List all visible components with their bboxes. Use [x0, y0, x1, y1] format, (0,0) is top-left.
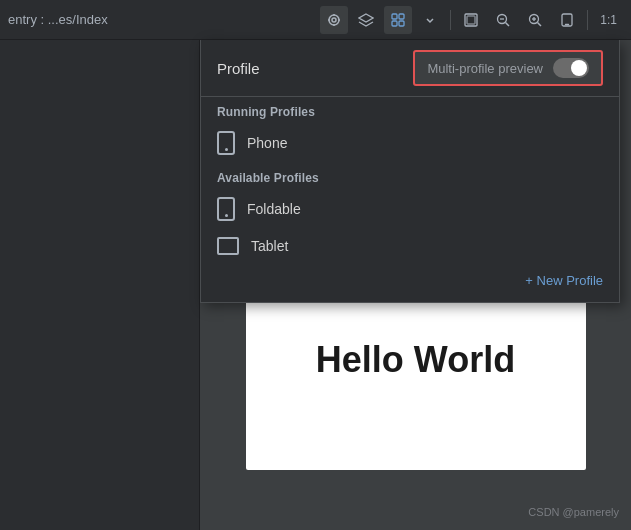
tablet-label: Tablet — [251, 238, 288, 254]
foldable-label: Foldable — [247, 201, 301, 217]
ratio-label[interactable]: 1:1 — [594, 11, 623, 29]
watermark: CSDN @pamerely — [528, 506, 619, 518]
profile-dropdown: Profile Multi-profile preview Running Pr… — [200, 40, 620, 303]
svg-rect-7 — [399, 14, 404, 19]
phone-icon — [217, 131, 235, 155]
tablet-icon — [217, 237, 239, 255]
running-profiles-label: Running Profiles — [201, 97, 619, 123]
new-profile-link[interactable]: + New Profile — [525, 273, 603, 288]
profile-header: Profile Multi-profile preview — [201, 40, 619, 97]
zoom-out-icon[interactable] — [489, 6, 517, 34]
chevron-down-icon[interactable] — [416, 6, 444, 34]
toolbar-icons: 1:1 — [320, 6, 623, 34]
divider — [450, 10, 451, 30]
zoom-in-icon[interactable] — [521, 6, 549, 34]
svg-line-18 — [538, 22, 542, 26]
hello-world-text: Hello World — [316, 339, 515, 381]
target-icon[interactable] — [320, 6, 348, 34]
divider-2 — [587, 10, 588, 30]
svg-rect-8 — [392, 21, 397, 26]
multi-profile-toggle-row: Multi-profile preview — [413, 50, 603, 86]
phone-label: Phone — [247, 135, 287, 151]
svg-rect-11 — [467, 16, 475, 24]
foldable-icon — [217, 197, 235, 221]
layers-icon[interactable] — [352, 6, 380, 34]
multi-profile-toggle[interactable] — [553, 58, 589, 78]
svg-point-0 — [329, 15, 339, 25]
svg-rect-9 — [399, 21, 404, 26]
svg-line-14 — [506, 22, 510, 26]
device-preview-icon[interactable] — [553, 6, 581, 34]
toggle-knob — [571, 60, 587, 76]
breadcrumb: entry : ...es/Index — [8, 12, 320, 27]
profile-item-tablet[interactable]: Tablet — [201, 229, 619, 263]
new-profile-row: + New Profile — [201, 263, 619, 302]
profile-item-phone[interactable]: Phone — [201, 123, 619, 163]
profile-item-foldable[interactable]: Foldable — [201, 189, 619, 229]
toggle-label: Multi-profile preview — [427, 61, 543, 76]
phone-dot — [225, 148, 228, 151]
frame-icon[interactable] — [457, 6, 485, 34]
foldable-dot — [225, 214, 228, 217]
svg-rect-6 — [392, 14, 397, 19]
toolbar: entry : ...es/Index — [0, 0, 631, 40]
grid-icon[interactable] — [384, 6, 412, 34]
profile-title: Profile — [217, 60, 260, 77]
svg-point-1 — [332, 18, 336, 22]
left-sidebar — [0, 40, 200, 530]
main-area: Hello World CSDN @pamerely Profile Multi… — [0, 40, 631, 530]
available-profiles-label: Available Profiles — [201, 163, 619, 189]
